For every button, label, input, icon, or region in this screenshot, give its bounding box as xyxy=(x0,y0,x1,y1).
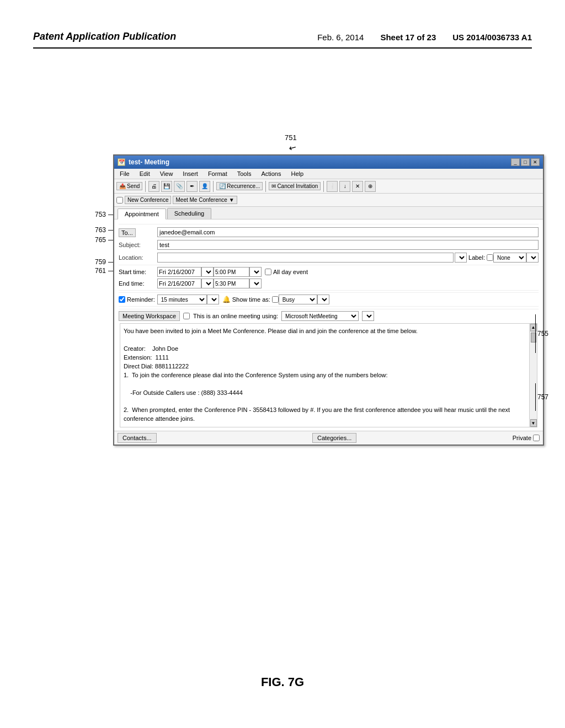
menu-insert[interactable]: Insert xyxy=(182,170,199,178)
show-time-checkbox[interactable] xyxy=(272,296,279,303)
subject-input[interactable] xyxy=(157,240,539,250)
arrow-751: ↙ xyxy=(287,141,299,154)
menu-actions[interactable]: Actions xyxy=(260,170,282,178)
cancel-icon: ✉ xyxy=(271,183,276,189)
start-date-input[interactable] xyxy=(157,267,201,277)
label-757: 757 xyxy=(537,393,548,401)
patent-date: Feb. 6, 2014 xyxy=(317,33,364,42)
body-area: You have been invited to join a Meet Me … xyxy=(120,323,537,427)
body-text: You have been invited to join a Meet Me … xyxy=(124,327,526,424)
location-row: Location: ▼ Label: None ▼ xyxy=(119,252,539,263)
reminder-row: Reminder: 15 minutes ▼ 🔔 Show time as: B… xyxy=(119,292,539,307)
label-761: 761 xyxy=(95,267,106,275)
menu-view[interactable]: View xyxy=(159,170,174,178)
maximize-button[interactable]: □ xyxy=(521,158,530,166)
end-date-input[interactable] xyxy=(157,279,201,288)
label-dropdown[interactable]: ▼ xyxy=(526,253,539,263)
send-button[interactable]: 📤 Send xyxy=(116,182,142,190)
start-time-row: Start time: ▼ ▼ All day event xyxy=(119,267,539,277)
to-input[interactable] xyxy=(157,227,539,237)
contacts-button[interactable]: Contacts... xyxy=(118,433,157,443)
reminder-checkbox[interactable] xyxy=(119,296,125,303)
reminder-label: Reminder: xyxy=(119,296,155,303)
window-title: test- Meeting xyxy=(129,158,169,166)
bracket-757-line xyxy=(531,383,536,411)
menu-tools[interactable]: Tools xyxy=(236,170,253,178)
minimize-button[interactable]: _ xyxy=(511,158,520,166)
save-icon[interactable]: 💾 xyxy=(161,181,172,192)
title-bar-controls: _ □ ✕ xyxy=(511,158,540,166)
new-conference-button[interactable]: New Conference xyxy=(125,196,171,204)
bottom-bar: Contacts... Categories... Private xyxy=(114,431,543,445)
separator-1 xyxy=(119,265,539,265)
toolbar-separator-1 xyxy=(145,181,146,192)
to-button[interactable]: To... xyxy=(119,228,136,237)
bracket-755-line xyxy=(531,314,536,353)
menu-edit[interactable]: Edit xyxy=(138,170,151,178)
more-icon[interactable]: ⊕ xyxy=(365,181,376,192)
location-input[interactable] xyxy=(157,253,454,263)
toolbar2: New Conference Meet Me Conference ▼ xyxy=(114,194,543,207)
start-date-dropdown[interactable]: ▼ xyxy=(201,267,214,277)
address-book-icon[interactable]: 👤 xyxy=(199,181,210,192)
workspace-row: Meeting Workspace This is an online meet… xyxy=(119,311,539,321)
all-day-checkbox[interactable] xyxy=(265,269,271,275)
location-dropdown[interactable]: ▼ xyxy=(455,253,467,263)
bracket-757: 757 xyxy=(531,383,548,411)
close-button[interactable]: ✕ xyxy=(531,158,540,166)
label-753: 753 xyxy=(95,211,106,218)
to-row: To... xyxy=(119,227,539,238)
delete-icon[interactable]: ✕ xyxy=(352,181,363,192)
figure-label: FIG. 7G xyxy=(0,675,565,689)
private-checkbox[interactable] xyxy=(533,435,540,441)
print-icon[interactable]: 🖨 xyxy=(148,181,159,192)
show-time-label: Show time as: xyxy=(232,296,270,303)
toolbar-separator-2 xyxy=(213,181,214,192)
menu-help[interactable]: Help xyxy=(290,170,305,178)
show-time-select[interactable]: Busy xyxy=(279,295,317,304)
meeting-workspace-button[interactable]: Meeting Workspace xyxy=(119,311,180,321)
label-checkbox[interactable] xyxy=(487,254,493,261)
send-icon: 📤 xyxy=(119,183,126,189)
toolbar-separator-4 xyxy=(323,181,324,192)
patent-meta: Feb. 6, 2014 Sheet 17 of 23 US 2014/0036… xyxy=(317,30,532,42)
label-select[interactable]: None xyxy=(493,253,526,263)
end-time-input[interactable] xyxy=(214,279,249,288)
scroll-down-button[interactable]: ▼ xyxy=(530,419,537,427)
signature-icon[interactable]: ✒ xyxy=(186,181,198,192)
separator-3 xyxy=(119,309,539,309)
toolbar1: 📤 Send 🖨 💾 📎 ✒ 👤 🔄 Recurrence... ✉ Cance… xyxy=(114,179,543,194)
online-meeting-dropdown[interactable]: ▼ xyxy=(362,311,374,321)
reminder-dropdown[interactable]: ▼ xyxy=(207,295,219,304)
importance-high-icon[interactable]: ❕ xyxy=(327,181,338,192)
insert-file-icon[interactable]: 📎 xyxy=(174,181,185,192)
tab-appointment[interactable]: Appointment xyxy=(118,208,166,220)
form-area: To... Subject: Location: ▼ Label: None ▼… xyxy=(114,220,543,431)
menu-bar: File Edit View Insert Format Tools Actio… xyxy=(114,169,543,179)
online-meeting-checkbox[interactable] xyxy=(183,313,190,319)
start-time-dropdown[interactable]: ▼ xyxy=(249,267,262,277)
categories-button[interactable]: Categories... xyxy=(312,433,356,443)
meet-me-conference-button[interactable]: Meet Me Conference ▼ xyxy=(173,196,237,204)
all-day-label: All day event xyxy=(265,269,308,275)
label-label: Label: xyxy=(468,254,485,261)
meet-me-conference-label: Meet Me Conference ▼ xyxy=(175,197,234,203)
end-time-dropdown[interactable]: ▼ xyxy=(249,279,262,288)
label-755: 755 xyxy=(537,330,548,338)
title-bar: 📅 test- Meeting _ □ ✕ xyxy=(114,156,543,169)
menu-file[interactable]: File xyxy=(119,170,131,178)
recurrence-button[interactable]: 🔄 Recurrence... xyxy=(216,182,263,190)
online-meeting-select[interactable]: Microsoft NetMeeting xyxy=(281,311,359,321)
end-date-dropdown[interactable]: ▼ xyxy=(201,279,214,288)
cancel-invitation-button[interactable]: ✉ Cancel Invitation xyxy=(269,182,321,190)
reminder-select[interactable]: 15 minutes xyxy=(157,295,207,304)
subject-label: Subject: xyxy=(119,242,157,248)
importance-low-icon[interactable]: ↓ xyxy=(339,181,350,192)
bracket-755: 755 xyxy=(531,314,548,353)
start-time-input[interactable] xyxy=(214,267,249,277)
menu-format[interactable]: Format xyxy=(207,170,228,178)
show-time-dropdown[interactable]: ▼ xyxy=(317,295,329,304)
patent-sheet: Sheet 17 of 23 xyxy=(380,33,436,42)
new-conference-check[interactable] xyxy=(116,197,123,204)
tab-scheduling[interactable]: Scheduling xyxy=(167,208,211,219)
